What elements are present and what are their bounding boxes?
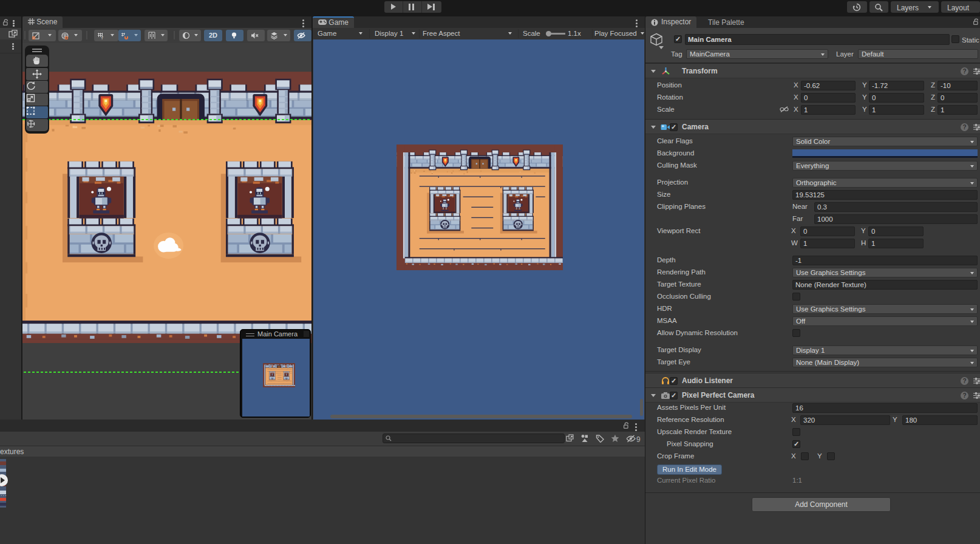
svg-text:Y: Y [101,36,104,40]
